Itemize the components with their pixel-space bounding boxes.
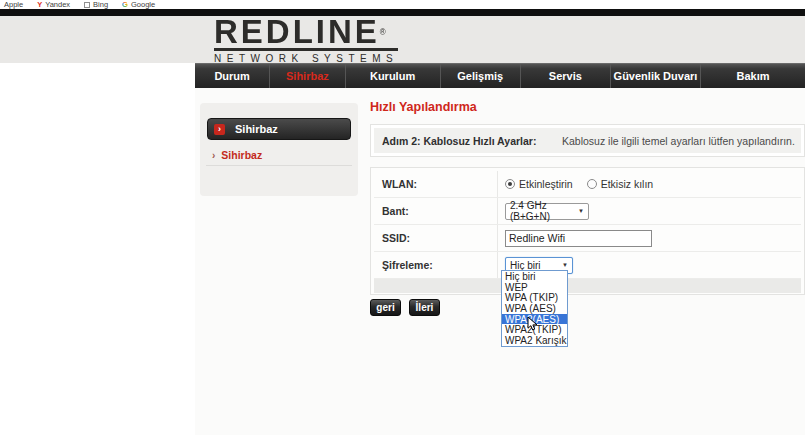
wlan-disable-label: Etkisiz kılın xyxy=(601,178,654,190)
back-button[interactable]: geri xyxy=(370,299,401,316)
radio-selected-icon[interactable] xyxy=(505,179,515,189)
wizard-step-description: Kablosuz ile ilgili temel ayarları lütfe… xyxy=(562,135,801,147)
page-header: REDLINE® NETWORK SYSTEMS xyxy=(0,16,805,63)
wireless-settings-form: WLAN: Etkinleştirin Etkisiz kılın Bant: xyxy=(370,167,805,295)
mouse-cursor xyxy=(527,316,538,335)
sidebar-divider xyxy=(206,165,352,166)
sidebar-item-sihirbaz-active[interactable]: › Sihirbaz xyxy=(207,118,351,140)
logo-wordmark: REDLINE® xyxy=(214,16,404,49)
wizard-buttons: geri İleri xyxy=(370,299,440,316)
encryption-dropdown-list: Hiç biri WEP WPA (TKIP) WPA (AES) WPA2(A… xyxy=(501,270,568,347)
encryption-option-wpa-tkip[interactable]: WPA (TKIP) xyxy=(502,292,567,303)
chevron-down-icon: ▼ xyxy=(578,208,584,214)
registered-mark: ® xyxy=(380,28,389,37)
bookmark-label: Bing xyxy=(93,0,108,9)
nav-item-durum[interactable]: Durum xyxy=(195,64,269,88)
yandex-icon: Y xyxy=(37,0,42,9)
nav-item-guvenlik-duvari[interactable]: Güvenlik Duvarı xyxy=(610,64,700,88)
page-title: Hızlı Yapılandırma xyxy=(370,100,477,114)
form-row-encryption: Şifreleme: Hiç biri ▼ xyxy=(374,252,801,279)
nav-item-sihirbaz[interactable]: Sihirbaz xyxy=(269,64,344,88)
bookmark-google[interactable]: G Google xyxy=(122,0,155,9)
wlan-enable-label: Etkinleştirin xyxy=(519,178,573,190)
bookmark-bing[interactable]: Bing xyxy=(84,0,108,9)
ssid-label: SSID: xyxy=(374,225,498,251)
band-label: Bant: xyxy=(374,198,498,224)
wizard-step-label: Adım 2: Kablosuz Hızlı Ayarlar: xyxy=(374,135,562,147)
google-icon: G xyxy=(122,0,128,9)
redline-router-admin-screen: Apple Y Yandex Bing G Google REDLINE® NE… xyxy=(0,0,805,435)
form-row-band: Bant: 2.4 GHz (B+G+N) ▼ xyxy=(374,198,801,225)
nav-item-servis[interactable]: Servis xyxy=(520,64,610,88)
wlan-label: WLAN: xyxy=(374,171,498,197)
radio-unselected-icon[interactable] xyxy=(587,179,597,189)
wizard-step-box: Adım 2: Kablosuz Hızlı Ayarlar: Kablosuz… xyxy=(370,124,805,157)
sidebar-link-label: Sihirbaz xyxy=(221,149,262,161)
sidebar-link-sihirbaz[interactable]: › Sihirbaz xyxy=(212,149,262,161)
bookmark-apple[interactable]: Apple xyxy=(4,0,23,9)
nav-item-gelismis[interactable]: Gelişmiş xyxy=(440,64,520,88)
form-footer-strip xyxy=(374,279,801,293)
next-button[interactable]: İleri xyxy=(409,299,440,316)
encryption-label: Şifreleme: xyxy=(374,252,498,278)
band-select-value: 2.4 GHz (B+G+N) xyxy=(510,200,574,222)
wizard-step-row: Adım 2: Kablosuz Hızlı Ayarlar: Kablosuz… xyxy=(374,128,801,153)
ssid-input[interactable] xyxy=(505,230,652,247)
bookmark-label: Google xyxy=(131,0,155,9)
nav-item-kurulum[interactable]: Kurulum xyxy=(345,64,440,88)
bing-icon xyxy=(84,2,90,8)
encryption-option-wpa-aes[interactable]: WPA (AES) xyxy=(502,303,567,314)
band-select[interactable]: 2.4 GHz (B+G+N) ▼ xyxy=(505,203,589,220)
bookmark-label: Apple xyxy=(4,0,23,9)
wlan-radio-group: Etkinleştirin Etkisiz kılın xyxy=(505,178,653,190)
chevron-right-icon: › xyxy=(212,150,215,161)
sidebar-active-label: Sihirbaz xyxy=(235,123,278,135)
encryption-option-wep[interactable]: WEP xyxy=(502,282,567,293)
bookmark-label: Yandex xyxy=(45,0,70,9)
nav-item-bakim[interactable]: Bakım xyxy=(700,64,805,88)
browser-bookmarks-bar: Apple Y Yandex Bing G Google xyxy=(0,0,805,9)
wlan-enable-option[interactable]: Etkinleştirin xyxy=(505,178,573,190)
encryption-option-hic-biri[interactable]: Hiç biri xyxy=(502,271,567,282)
bookmark-yandex[interactable]: Y Yandex xyxy=(37,0,70,9)
main-navigation: Durum Sihirbaz Kurulum Gelişmiş Servis G… xyxy=(195,63,805,88)
encryption-option-wpa2-karisik[interactable]: WPA2 Karışık xyxy=(502,335,567,346)
encryption-select-value: Hiç biri xyxy=(510,260,541,271)
logo-text: REDLINE xyxy=(214,13,380,51)
wlan-disable-option[interactable]: Etkisiz kılın xyxy=(587,178,654,190)
chevron-down-icon: ▼ xyxy=(562,262,568,268)
redline-logo: REDLINE® NETWORK SYSTEMS xyxy=(214,16,404,64)
red-arrow-icon: › xyxy=(214,124,225,135)
form-row-ssid: SSID: xyxy=(374,225,801,252)
sidebar: › Sihirbaz › Sihirbaz xyxy=(200,103,358,196)
form-row-wlan: WLAN: Etkinleştirin Etkisiz kılın xyxy=(374,171,801,198)
